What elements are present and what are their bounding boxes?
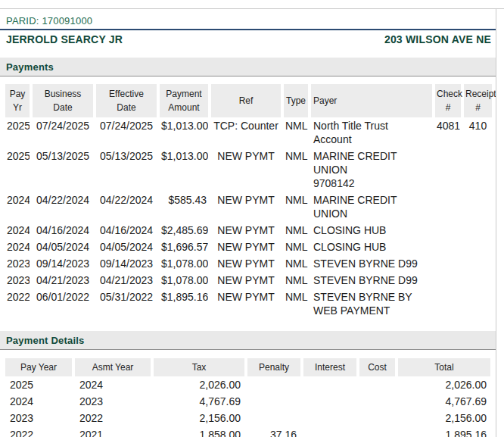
payment-row-cell-payer: MARINE CREDIT UNION (311, 192, 432, 222)
payment-detail-row-cell-interest (303, 426, 356, 437)
payment-detail-row-cell-tax: 2,026.00 (154, 376, 244, 393)
payment-detail-row-col-asmt_year: Asmt Year (75, 358, 151, 376)
payment-row-col-pay_yr: Pay Yr (5, 84, 30, 117)
payment-row-cell-pay_yr: 2022 (5, 289, 30, 319)
payment-row-cell-ref: TCP: Counter (211, 117, 281, 148)
payment-detail-row-cell-tax: 4,767.69 (154, 393, 244, 410)
payment-detail-row-cell-cost (359, 426, 395, 437)
property-address: 203 WILSON AVE NE (384, 33, 491, 45)
payment-row-cell-payment_amount: $585.43 (160, 192, 208, 222)
payment-row-cell-ref: NEW PYMT (211, 222, 281, 239)
payment-row-cell-business_date: 04/22/2024 (33, 192, 93, 222)
payment-detail-row-cell-total: 2,026.00 (398, 376, 490, 393)
payment-row-cell-receipt_no (464, 289, 492, 319)
payment-detail-row: 202320222,156.002,156.00 (5, 410, 490, 426)
payment-row-cell-check_no: 4081 (435, 117, 461, 148)
payment-row-cell-business_date: 09/14/2023 (33, 255, 93, 272)
payment-row-cell-payer: STEVEN BYRNE BY WEB PAYMENT (311, 289, 432, 319)
payment-details-section-header: Payment Details (0, 331, 496, 350)
payment-row-cell-type: NML (284, 192, 308, 222)
payment-detail-row-col-interest: Interest (303, 358, 356, 376)
payment-row-cell-effective_date: 04/16/2024 (96, 222, 157, 239)
payment-row-cell-business_date: 07/24/2025 (33, 117, 93, 148)
payment-row-cell-pay_yr: 2024 (5, 239, 30, 255)
payment-detail-row: 202420234,767.694,767.69 (5, 393, 490, 410)
payment-row-col-payer: Payer (311, 84, 432, 117)
payment-row-cell-effective_date: 07/24/2025 (96, 117, 157, 148)
payment-detail-row-cell-interest (303, 393, 356, 410)
payment-row-cell-type: NML (284, 239, 308, 255)
payment-row-cell-ref: NEW PYMT (211, 239, 281, 255)
payment-detail-row-cell-total: 1,895.16 (398, 426, 490, 437)
payment-detail-row-cell-penalty (247, 376, 300, 393)
payment-row-cell-payment_amount: $1,895.16 (160, 289, 208, 319)
payment-row-cell-effective_date: 04/22/2024 (96, 192, 157, 222)
payment-detail-row-cell-penalty (247, 410, 300, 426)
payment-details-tbody: 202520242,026.002,026.00202420234,767.69… (5, 376, 490, 437)
payment-row-cell-effective_date: 05/31/2022 (96, 289, 157, 319)
owner-name: JERROLD SEARCY JR (6, 33, 123, 45)
payment-detail-row-col-pay_year: Pay Year (5, 358, 72, 376)
payment-row-cell-payer: STEVEN BYRNE D99 (311, 255, 432, 272)
payment-row-cell-payer: CLOSING HUB (311, 239, 432, 255)
payment-row-cell-type: NML (284, 148, 308, 192)
payment-detail-row-cell-pay_year: 2025 (5, 376, 72, 393)
payment-row: 202304/21/202304/21/2023$1,078.00NEW PYM… (5, 272, 492, 289)
payment-row-cell-receipt_no (464, 255, 492, 272)
payment-details-table: Pay YearAsmt YearTaxPenaltyInterestCostT… (2, 358, 493, 437)
payment-row-cell-check_no (435, 272, 461, 289)
payment-row-cell-ref: NEW PYMT (211, 255, 281, 272)
payment-detail-row-cell-pay_year: 2024 (5, 393, 72, 410)
payment-details-header-row: Pay YearAsmt YearTaxPenaltyInterestCostT… (5, 358, 490, 376)
payment-row-cell-pay_yr: 2024 (5, 222, 30, 239)
payment-detail-row-cell-penalty: 37.16 (247, 426, 300, 437)
payment-row-cell-pay_yr: 2023 (5, 255, 30, 272)
payments-table: Pay YrBusiness DateEffective DatePayment… (2, 84, 495, 319)
payment-row-cell-type: NML (284, 255, 308, 272)
payment-row: 202309/14/202309/14/2023$1,078.00NEW PYM… (5, 255, 492, 272)
payment-row-cell-payment_amount: $1,078.00 (160, 255, 208, 272)
payment-row: 202404/05/202404/05/2024$1,696.57NEW PYM… (5, 239, 492, 255)
payment-row-cell-effective_date: 05/13/2025 (96, 148, 157, 192)
payment-row-cell-payer: STEVEN BYRNE D99 (311, 272, 432, 289)
payment-row-cell-business_date: 04/05/2024 (33, 239, 93, 255)
payment-row-cell-receipt_no: 410 (464, 117, 492, 148)
payment-row-cell-payment_amount: $1,013.00 (160, 148, 208, 192)
payment-detail-row-col-total: Total (398, 358, 490, 376)
payment-row-col-receipt_no: Receipt # (464, 84, 492, 117)
payment-detail-row-cell-cost (359, 410, 395, 426)
payment-row-cell-pay_yr: 2023 (5, 272, 30, 289)
payment-row-cell-business_date: 06/01/2022 (33, 289, 93, 319)
payment-row-cell-receipt_no (464, 272, 492, 289)
payment-detail-row-cell-asmt_year: 2021 (75, 426, 151, 437)
payment-row-cell-payer: North Title Trust Account (311, 117, 432, 148)
payment-row-cell-receipt_no (464, 148, 492, 192)
payment-row-cell-effective_date: 09/14/2023 (96, 255, 157, 272)
payment-detail-row-cell-penalty (247, 393, 300, 410)
payment-row-col-business_date: Business Date (33, 84, 93, 117)
payment-row-cell-ref: NEW PYMT (211, 272, 281, 289)
payment-detail-row-cell-interest (303, 410, 356, 426)
payment-detail-row-col-tax: Tax (154, 358, 244, 376)
payment-row-cell-type: NML (284, 272, 308, 289)
top-divider-line (0, 8, 504, 9)
payment-row-cell-pay_yr: 2024 (5, 192, 30, 222)
payment-detail-row-cell-asmt_year: 2023 (75, 393, 151, 410)
payment-row: 202206/01/202205/31/2022$1,895.16NEW PYM… (5, 289, 492, 319)
payment-row-col-type: Type (284, 84, 308, 117)
payment-row-cell-receipt_no (464, 192, 492, 222)
payment-detail-row-cell-total: 2,156.00 (398, 410, 490, 426)
payment-row-col-effective_date: Effective Date (96, 84, 157, 117)
payment-row-cell-type: NML (284, 289, 308, 319)
payment-row-cell-payment_amount: $2,485.69 (160, 222, 208, 239)
frame-right-border (496, 8, 496, 437)
payment-row: 202404/16/202404/16/2024$2,485.69NEW PYM… (5, 222, 492, 239)
payment-row-cell-check_no (435, 192, 461, 222)
payment-row-cell-ref: NEW PYMT (211, 192, 281, 222)
payments-header-row: Pay YrBusiness DateEffective DatePayment… (5, 84, 492, 117)
payment-row-cell-payment_amount: $1,696.57 (160, 239, 208, 255)
payment-row-cell-check_no (435, 222, 461, 239)
payment-row-cell-business_date: 05/13/2025 (33, 148, 93, 192)
payment-row-cell-ref: NEW PYMT (211, 148, 281, 192)
payment-row-cell-check_no (435, 289, 461, 319)
